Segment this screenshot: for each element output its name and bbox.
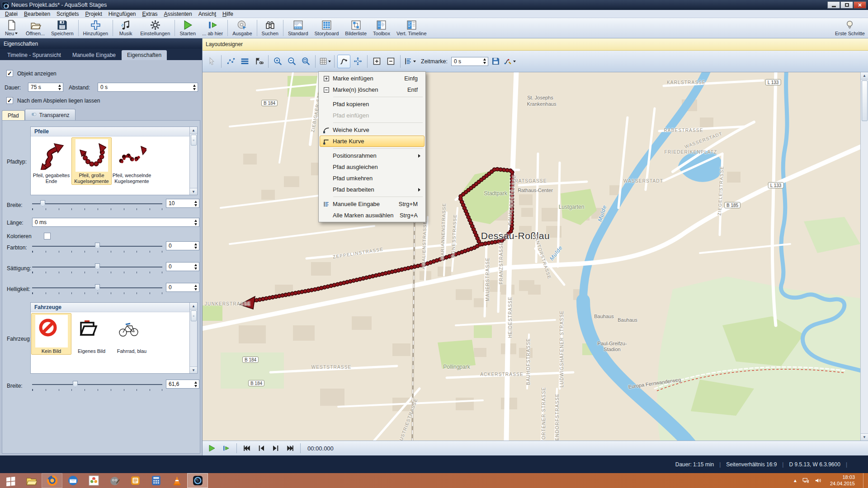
menu-item-marke-n-löschen[interactable]: Marke(n) löschenEntf <box>320 84 425 95</box>
gallery-item-kein-bild[interactable]: Kein Bild <box>31 313 71 355</box>
toolbar-erste-schritte-button[interactable]: Erste Schritte <box>832 18 868 38</box>
gallery-item-pfeil-wechselnde-kugelsegmente[interactable]: Pfeil, wechselnde Kugelsegmente <box>112 137 152 185</box>
taskbar-clock[interactable]: 18:0324.04.2015 <box>826 474 859 487</box>
toolbar-toolbox-button[interactable]: Toolbox <box>370 18 393 38</box>
menu-item-manuelle-eingabe[interactable]: Manuelle EingabeStrg+M <box>320 198 425 210</box>
scroll-down-icon[interactable]: ▼ <box>190 366 197 373</box>
toolbar-bilderliste-button[interactable]: Bilderliste <box>342 18 370 38</box>
close-button[interactable]: ✕ <box>854 1 866 9</box>
scrollbar-thumb[interactable] <box>862 80 868 121</box>
path-points-button[interactable] <box>224 55 237 68</box>
manual-list-button[interactable] <box>403 55 416 68</box>
menu-item-weiche-kurve[interactable]: Weiche Kurve <box>320 124 425 136</box>
plus-box-button[interactable] <box>370 55 383 68</box>
tab-eigenschaften[interactable]: Eigenschaften <box>122 50 167 60</box>
breite-spinbox[interactable]: 10 <box>166 199 199 208</box>
menu-item-pfad-ausgleichen[interactable]: Pfad ausgleichen <box>320 161 425 173</box>
zoom-in-button[interactable] <box>271 55 284 68</box>
taskbar-start-icon[interactable] <box>0 473 21 488</box>
tab-manuelle-eingabe[interactable]: Manuelle Eingabe <box>67 50 121 60</box>
farbton-spinbox[interactable]: 0 <box>166 241 199 250</box>
menu-ansicht[interactable]: Ansicht <box>195 10 219 18</box>
menu-datei[interactable]: Datei <box>2 10 21 18</box>
menu-item-alle-marken-auswählen[interactable]: Alle Marken auswählenStrg+A <box>320 210 425 221</box>
maximize-button[interactable] <box>840 1 853 9</box>
map-vertical-scrollbar[interactable]: ▲ ▼ <box>860 72 868 441</box>
taskbar-calculator-icon[interactable] <box>146 473 166 488</box>
helligkeit-slider-thumb[interactable] <box>95 284 100 291</box>
zeitmarke-spinbox[interactable]: 0 s <box>451 57 488 66</box>
toolbar-starten-button[interactable]: Starten <box>176 18 199 38</box>
toolbar-standard-button[interactable]: Standard <box>285 18 311 38</box>
saettigung-slider-thumb[interactable] <box>95 263 100 270</box>
menu-item-marke-einfügen[interactable]: Marke einfügenEinfg <box>320 73 425 84</box>
scroll-up-icon[interactable]: ▲ <box>861 72 868 80</box>
toolbar-einstellungen-button[interactable]: Einstellungen <box>137 18 173 38</box>
scroll-up-icon[interactable]: ▲ <box>190 127 197 134</box>
toolbar-öffnen-button[interactable]: Öffnen... <box>23 18 48 38</box>
tray-speaker-icon[interactable] <box>814 477 822 484</box>
menu-item-pfad-bearbeiten[interactable]: Pfad bearbeiten <box>320 184 425 195</box>
scroll-up-icon[interactable]: ▲ <box>190 303 197 310</box>
menu-item-positionsrahmen[interactable]: Positionsrahmen <box>320 150 425 161</box>
tray-expand-icon[interactable]: ▲ <box>793 478 797 483</box>
minimize-button[interactable] <box>827 1 840 9</box>
menu-item-harte-kurve[interactable]: Harte Kurve <box>320 136 425 147</box>
gallery-item-eigenes-bild[interactable]: Eigenes Bild <box>71 313 112 355</box>
zoom-fit-button[interactable] <box>299 55 312 68</box>
menu-assistenten[interactable]: Assistenten <box>161 10 195 18</box>
laenge-field[interactable]: 0 ms <box>32 218 199 227</box>
menu-bearbeiten[interactable]: Bearbeiten <box>21 10 53 18</box>
toolbar-suchen-button[interactable]: Suchen <box>259 18 282 38</box>
liegen-lassen-checkbox[interactable]: ✓ <box>6 97 13 104</box>
taskbar-thunderbird-icon[interactable] <box>62 473 83 488</box>
step-forward-button[interactable] <box>270 443 282 454</box>
toolbar-neu-button[interactable]: Neu <box>0 18 23 38</box>
menu-extras[interactable]: Extras <box>139 10 161 18</box>
menu-hilfe[interactable]: Hilfe <box>219 10 236 18</box>
breite-slider-thumb[interactable] <box>40 200 45 206</box>
marker-pin-button[interactable] <box>252 55 265 68</box>
taskbar-notes-icon[interactable] <box>125 473 146 488</box>
subtab-transparenz[interactable]: Transparenz <box>25 109 75 121</box>
play-button[interactable] <box>206 443 218 454</box>
save-path-button[interactable] <box>489 55 502 68</box>
menu-hinzufügen[interactable]: Hinzufügen <box>105 10 139 18</box>
scroll-down-icon[interactable]: ▼ <box>861 433 868 441</box>
menu-item-pfad-kopieren[interactable]: Pfad kopieren <box>320 99 425 110</box>
taskbar-gimp-icon[interactable] <box>104 473 125 488</box>
toolbar-storyboard-button[interactable]: Storyboard <box>311 18 342 38</box>
select-cursor-button[interactable] <box>205 55 218 68</box>
go-to-end-button[interactable] <box>284 443 296 454</box>
path-options-button[interactable] <box>503 55 516 68</box>
taskbar-stages-icon[interactable] <box>187 473 208 488</box>
objekt-anzeigen-checkbox[interactable]: ✓ <box>6 70 13 77</box>
track-lines-button[interactable] <box>238 55 251 68</box>
go-to-start-button[interactable] <box>241 443 253 454</box>
saettigung-spinbox[interactable]: 0 <box>166 262 199 271</box>
scrollbar-thumb[interactable]: ≡ <box>191 135 197 145</box>
farbton-slider-thumb[interactable] <box>95 243 100 249</box>
toolbar-musik-button[interactable]: Musik <box>114 18 137 38</box>
abstand-spinbox[interactable]: 0 s <box>98 83 198 92</box>
subtab-pfad[interactable]: Pfad <box>2 110 25 121</box>
dropdown-caret-icon[interactable] <box>413 61 416 62</box>
toolbar-ab-hier-button[interactable]: ... ab hier <box>199 18 226 38</box>
play-from-here-button[interactable] <box>221 443 232 454</box>
gallery-item-pfeil-gegabeltes-ende[interactable]: Pfeil, gegabeltes Ende <box>31 137 71 185</box>
gallery-item-pfeil-große-kugelsegmente[interactable]: Pfeil, große Kugelsegmente <box>71 137 112 185</box>
kolorieren-checkbox[interactable] <box>44 233 51 239</box>
taskbar-photos-icon[interactable] <box>83 473 104 488</box>
toolbar-speichern-button[interactable]: Speichern <box>48 18 77 38</box>
curve-path-button[interactable] <box>337 55 350 68</box>
show-desktop-button[interactable] <box>863 473 866 488</box>
toolbar-hinzufügen-button[interactable]: Hinzufügen <box>80 18 112 38</box>
map-canvas[interactable]: Dessau-RoßlauStadtparkRATSGASSERathaus-C… <box>203 72 860 441</box>
tray-network-icon[interactable] <box>802 477 810 484</box>
menu-scriptlets[interactable]: Scriptlets <box>53 10 82 18</box>
dropdown-caret-icon[interactable] <box>328 61 331 62</box>
scrollbar-thumb[interactable]: ≡ <box>191 310 197 321</box>
dropdown-caret-icon[interactable] <box>513 61 516 62</box>
minus-box-button[interactable] <box>384 55 397 68</box>
taskbar-vlc-icon[interactable] <box>166 473 187 488</box>
